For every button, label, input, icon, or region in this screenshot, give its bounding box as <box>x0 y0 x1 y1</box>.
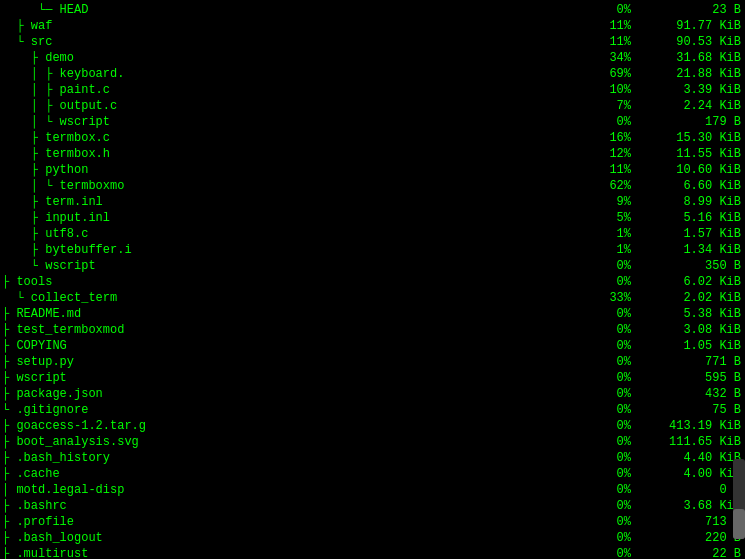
file-path: ├ tools <box>0 274 580 290</box>
file-percent: 69% <box>586 66 631 82</box>
file-size: 2.02 KiB <box>631 290 741 306</box>
file-size: 771 B <box>631 354 741 370</box>
file-percent: 0% <box>586 386 631 402</box>
file-size: 10.60 KiB <box>631 162 741 178</box>
file-percent: 0% <box>586 338 631 354</box>
file-path: ├ boot_analysis.svg <box>0 434 580 450</box>
file-percent: 0% <box>586 370 631 386</box>
file-stats: 0% 1.05 KiB <box>580 338 745 354</box>
file-path: ├ goaccess-1.2.tar.g <box>0 418 580 434</box>
scrollbar-track[interactable] <box>733 459 745 539</box>
file-percent: 10% <box>586 82 631 98</box>
file-path: ├ waf <box>0 18 580 34</box>
file-path: ├ input.inl <box>0 210 580 226</box>
file-percent: 0% <box>586 402 631 418</box>
file-percent: 0% <box>586 114 631 130</box>
file-size: 6.60 KiB <box>631 178 741 194</box>
table-row: ├ .bash_history0% 4.40 KiB <box>0 450 745 466</box>
file-path: ├ test_termboxmod <box>0 322 580 338</box>
file-path: ├ README.md <box>0 306 580 322</box>
file-path: ├ wscript <box>0 370 580 386</box>
file-percent: 0% <box>586 306 631 322</box>
file-path: └─ HEAD <box>0 2 580 18</box>
file-path: ├ .cache <box>0 466 580 482</box>
file-size: 713 B <box>631 514 741 530</box>
file-percent: 0% <box>586 258 631 274</box>
table-row: └ src11% 90.53 KiB <box>0 34 745 50</box>
file-stats: 0% 3.08 KiB <box>580 322 745 338</box>
table-row: ├ tools0% 6.02 KiB <box>0 274 745 290</box>
file-path: ├ .profile <box>0 514 580 530</box>
file-size: 179 B <box>631 114 741 130</box>
file-stats: 0% 4.00 KiB <box>580 466 745 482</box>
file-percent: 11% <box>586 162 631 178</box>
file-path: │ └ termboxmo <box>0 178 580 194</box>
file-path: ├ .multirust <box>0 546 580 559</box>
table-row: ├ goaccess-1.2.tar.g0% 413.19 KiB <box>0 418 745 434</box>
file-stats: 0% 179 B <box>580 114 745 130</box>
file-percent: 0% <box>586 274 631 290</box>
table-row: └ collect_term33% 2.02 KiB <box>0 290 745 306</box>
file-percent: 0% <box>586 514 631 530</box>
file-path: ├ demo <box>0 50 580 66</box>
file-path: └ .gitignore <box>0 402 580 418</box>
table-row: │ motd.legal-disp0% 0 B <box>0 482 745 498</box>
table-row: ├ python11% 10.60 KiB <box>0 162 745 178</box>
file-size: 4.40 KiB <box>631 450 741 466</box>
file-percent: 0% <box>586 354 631 370</box>
file-path: ├ setup.py <box>0 354 580 370</box>
file-path: ├ termbox.c <box>0 130 580 146</box>
file-path: └ wscript <box>0 258 580 274</box>
table-row: ├ .profile0% 713 B <box>0 514 745 530</box>
file-path: ├ .bash_history <box>0 450 580 466</box>
file-stats: 0% 111.65 KiB <box>580 434 745 450</box>
file-stats: 0% 4.40 KiB <box>580 450 745 466</box>
table-row: └─ HEAD0% 23 B <box>0 2 745 18</box>
file-size: 3.39 KiB <box>631 82 741 98</box>
file-stats: 1% 1.57 KiB <box>580 226 745 242</box>
file-stats: 0% 23 B <box>580 2 745 18</box>
file-path: ├ .bashrc <box>0 498 580 514</box>
file-size: 413.19 KiB <box>631 418 741 434</box>
file-stats: 62% 6.60 KiB <box>580 178 745 194</box>
table-row: ├ termbox.h12% 11.55 KiB <box>0 146 745 162</box>
file-stats: 5% 5.16 KiB <box>580 210 745 226</box>
file-stats: 0% 771 B <box>580 354 745 370</box>
table-row: ├ .bash_logout0% 220 B <box>0 530 745 546</box>
file-path: ├ bytebuffer.i <box>0 242 580 258</box>
table-row: ├ demo34% 31.68 KiB <box>0 50 745 66</box>
file-percent: 12% <box>586 146 631 162</box>
table-row: ├ boot_analysis.svg0% 111.65 KiB <box>0 434 745 450</box>
file-size: 11.55 KiB <box>631 146 741 162</box>
file-stats: 0% 0 B <box>580 482 745 498</box>
file-path: │ └ wscript <box>0 114 580 130</box>
file-size: 6.02 KiB <box>631 274 741 290</box>
file-path: │ ├ output.c <box>0 98 580 114</box>
table-row: ├ package.json0% 432 B <box>0 386 745 402</box>
file-percent: 34% <box>586 50 631 66</box>
file-stats: 0% 3.68 KiB <box>580 498 745 514</box>
file-percent: 0% <box>586 466 631 482</box>
file-percent: 0% <box>586 418 631 434</box>
file-size: 1.34 KiB <box>631 242 741 258</box>
file-stats: 33% 2.02 KiB <box>580 290 745 306</box>
file-stats: 0% 5.38 KiB <box>580 306 745 322</box>
scrollbar-thumb[interactable] <box>733 509 745 539</box>
file-path: │ ├ paint.c <box>0 82 580 98</box>
file-stats: 11% 91.77 KiB <box>580 18 745 34</box>
file-size: 4.00 KiB <box>631 466 741 482</box>
table-row: ├ waf11% 91.77 KiB <box>0 18 745 34</box>
file-percent: 11% <box>586 18 631 34</box>
file-stats: 34% 31.68 KiB <box>580 50 745 66</box>
file-stats: 0% 432 B <box>580 386 745 402</box>
file-stats: 11% 10.60 KiB <box>580 162 745 178</box>
file-stats: 12% 11.55 KiB <box>580 146 745 162</box>
file-percent: 0% <box>586 498 631 514</box>
file-path: │ ├ keyboard. <box>0 66 580 82</box>
file-stats: 0% 413.19 KiB <box>580 418 745 434</box>
file-percent: 0% <box>586 530 631 546</box>
file-percent: 1% <box>586 242 631 258</box>
file-size: 350 B <box>631 258 741 274</box>
file-stats: 0% 75 B <box>580 402 745 418</box>
file-percent: 0% <box>586 482 631 498</box>
